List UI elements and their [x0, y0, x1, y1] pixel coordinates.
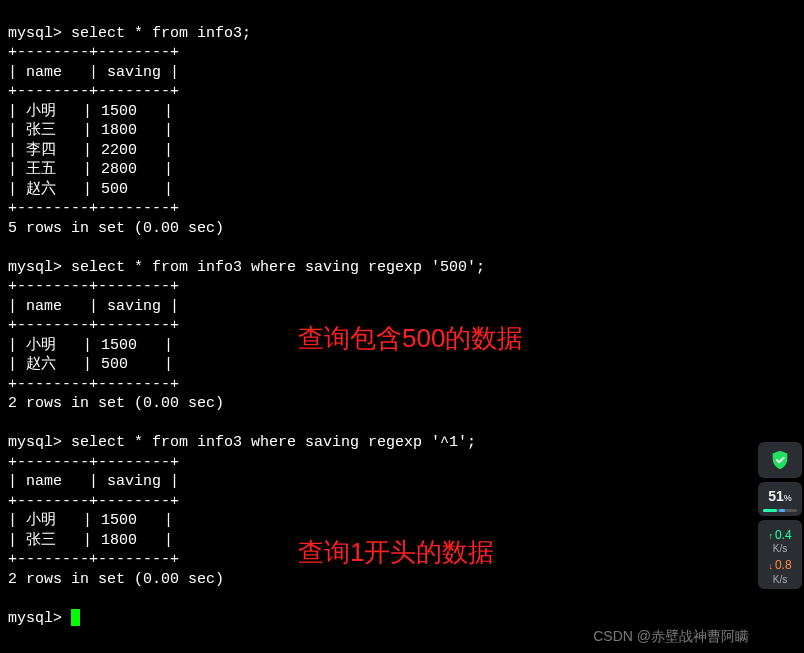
- table-row: | 小明 | 1500 |: [8, 512, 173, 529]
- table-separator: +--------+--------+: [8, 551, 179, 568]
- annotation-text: 查询包含500的数据: [298, 322, 523, 356]
- table-row: | 小明 | 1500 |: [8, 337, 173, 354]
- table-separator: +--------+--------+: [8, 83, 179, 100]
- prompt: mysql>: [8, 259, 62, 276]
- table-row: | 王五 | 2800 |: [8, 161, 173, 178]
- download-speed: ↓0.8: [760, 554, 800, 574]
- cpu-usage-box[interactable]: 51%: [758, 482, 802, 516]
- result-footer: 2 rows in set (0.00 sec): [8, 571, 224, 588]
- table-separator: +--------+--------+: [8, 200, 179, 217]
- upload-value: 0.4: [775, 528, 792, 542]
- shield-icon: [769, 449, 791, 471]
- down-arrow-icon: ↓: [768, 561, 773, 571]
- bar-segment-2: [779, 509, 785, 512]
- table-separator: +--------+--------+: [8, 454, 179, 471]
- prompt: mysql>: [8, 25, 62, 42]
- table-row: | 赵六 | 500 |: [8, 356, 173, 373]
- download-value: 0.8: [775, 558, 792, 572]
- table-row: | 小明 | 1500 |: [8, 103, 173, 120]
- table-separator: +--------+--------+: [8, 376, 179, 393]
- table-row: | 李四 | 2200 |: [8, 142, 173, 159]
- table-header: | name | saving |: [8, 64, 179, 81]
- result-footer: 5 rows in set (0.00 sec): [8, 220, 224, 237]
- table-separator: +--------+--------+: [8, 317, 179, 334]
- prompt[interactable]: mysql>: [8, 610, 71, 627]
- table-row: | 赵六 | 500 |: [8, 181, 173, 198]
- cursor-icon: [71, 609, 80, 626]
- table-header: | name | saving |: [8, 298, 179, 315]
- table-separator: +--------+--------+: [8, 44, 179, 61]
- watermark-text: CSDN @赤壁战神曹阿瞒: [593, 627, 749, 645]
- table-row: | 张三 | 1800 |: [8, 122, 173, 139]
- result-footer: 2 rows in set (0.00 sec): [8, 395, 224, 412]
- percent-value: 51: [768, 488, 784, 504]
- prompt: mysql>: [8, 434, 62, 451]
- usage-bar: [763, 509, 797, 512]
- sql-query: select * from info3 where saving regexp …: [71, 434, 476, 451]
- network-speed-box[interactable]: ↑0.4 K/s ↓0.8 K/s: [758, 520, 802, 589]
- table-header: | name | saving |: [8, 473, 179, 490]
- system-monitor-widget: 51% ↑0.4 K/s ↓0.8 K/s: [758, 442, 802, 589]
- sql-query: select * from info3;: [71, 25, 251, 42]
- annotation-text: 查询1开头的数据: [298, 536, 494, 570]
- download-unit: K/s: [760, 574, 800, 585]
- sql-query: select * from info3 where saving regexp …: [71, 259, 485, 276]
- security-shield-button[interactable]: [758, 442, 802, 478]
- table-separator: +--------+--------+: [8, 278, 179, 295]
- bar-segment-1: [763, 509, 777, 512]
- upload-speed: ↑0.4: [760, 524, 800, 544]
- percent-suffix: %: [784, 493, 792, 503]
- up-arrow-icon: ↑: [768, 531, 773, 541]
- table-row: | 张三 | 1800 |: [8, 532, 173, 549]
- table-separator: +--------+--------+: [8, 493, 179, 510]
- upload-unit: K/s: [760, 543, 800, 554]
